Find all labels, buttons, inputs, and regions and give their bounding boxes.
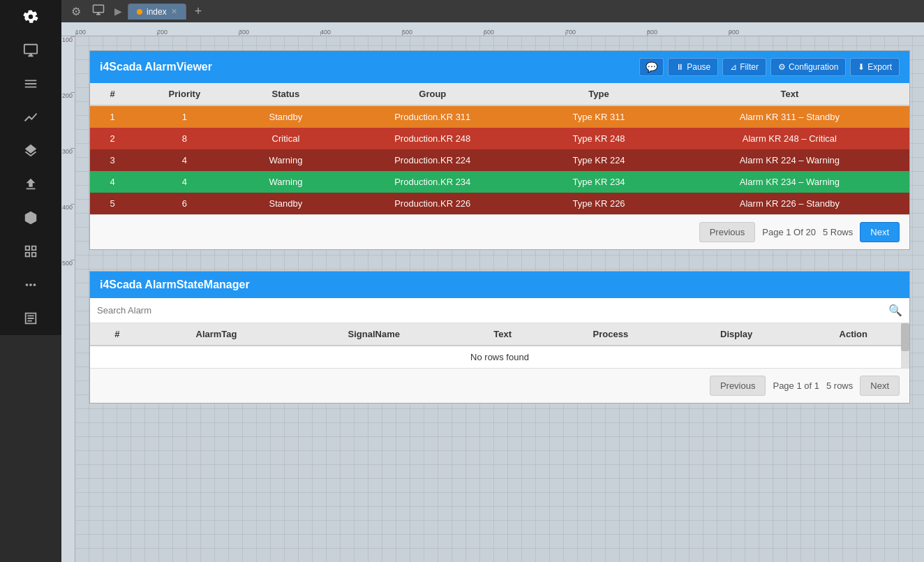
alarm-viewer-widget: i4Scada AlarmViewer 💬 ⏸ Pause ⊿ Filter <box>89 50 910 250</box>
state-col-action: Action <box>798 323 909 346</box>
row3-type: Type KR 224 <box>528 149 669 171</box>
ruler-mark-800: 800 <box>647 29 729 36</box>
row1-id: 1 <box>90 105 135 128</box>
monitor-icon[interactable] <box>15 35 46 66</box>
tab-dot <box>137 9 142 15</box>
alarm-row-1: 1 1 Standby Production.KR 311 Type KR 31… <box>90 105 909 128</box>
state-page-info: Page 1 of 1 <box>773 380 819 391</box>
state-col-text: Text <box>459 323 546 346</box>
row2-type: Type KR 248 <box>528 128 669 149</box>
row2-text: Alarm KR 248 – Critical <box>670 128 909 149</box>
content-area: i4Scada AlarmViewer 💬 ⏸ Pause ⊿ Filter <box>75 36 924 562</box>
alarm-previous-button[interactable]: Previous <box>699 222 756 242</box>
alarm-viewer-title: i4Scada AlarmViewer <box>100 61 212 73</box>
alarm-state-manager-title: i4Scada AlarmStateManager <box>100 279 250 291</box>
alarm-viewer-table: # Priority Status Group Type Text 1 <box>90 83 909 214</box>
topbar: ⚙ ▶ index ✕ + <box>61 0 924 22</box>
alarm-state-manager-widget: i4Scada AlarmStateManager 🔍 # AlarmTag <box>89 271 910 404</box>
tab-index[interactable]: index ✕ <box>128 3 186 20</box>
col-group: Group <box>337 83 528 105</box>
alarm-viewer-actions: 💬 ⏸ Pause ⊿ Filter ⚙ Configu <box>639 58 900 76</box>
cube-icon[interactable] <box>15 202 46 233</box>
ruler-v-mark-200: 200 <box>61 92 75 148</box>
ruler-and-content: 100 200 300 400 500 600 700 800 900 100 … <box>61 22 924 562</box>
state-no-rows-row: No rows found <box>90 346 909 368</box>
row5-id: 5 <box>90 193 135 214</box>
ruler-v-mark-400: 400 <box>61 204 75 260</box>
export-button[interactable]: ⬇ Export <box>850 58 900 76</box>
ruler-mark-600: 600 <box>484 29 565 36</box>
row1-status: Standby <box>234 105 338 128</box>
ruler-mark-900: 900 <box>729 29 810 36</box>
alarm-next-button[interactable]: Next <box>860 222 900 242</box>
upload-icon[interactable] <box>15 169 46 200</box>
settings-icon[interactable] <box>15 1 46 32</box>
grid-icon[interactable] <box>15 236 46 267</box>
ruler-mark-200: 200 <box>157 29 239 36</box>
state-table-container: # AlarmTag SignalName Text Process Displ… <box>90 323 909 368</box>
ruler-mark-400: 400 <box>320 29 402 36</box>
pause-icon: ⏸ <box>676 62 684 72</box>
alarm-viewer-pagination: Previous Page 1 Of 20 5 Rows Next <box>90 214 909 249</box>
alarm-rows-info: 5 Rows <box>823 227 853 237</box>
row2-id: 2 <box>90 128 135 149</box>
state-col-display: Display <box>676 323 798 346</box>
row4-status: Warning <box>234 171 338 193</box>
row2-priority: 8 <box>135 128 234 149</box>
more-icon[interactable] <box>15 269 46 300</box>
tab-label: index <box>147 7 167 17</box>
main-area: ⚙ ▶ index ✕ + 100 200 300 400 500 600 70… <box>61 0 924 562</box>
alarm-table-header-row: # Priority Status Group Type Text <box>90 83 909 105</box>
alarm-row-4: 4 4 Warning Production.KR 234 Type KR 23… <box>90 171 909 193</box>
panel-icon[interactable] <box>15 303 46 334</box>
alarm-row-2: 2 8 Critical Production.KR 248 Type KR 2… <box>90 128 909 149</box>
topbar-monitor-icon[interactable] <box>88 3 109 19</box>
layers-icon[interactable] <box>15 135 46 166</box>
ruler-h-marks: 100 200 300 400 500 600 700 800 900 <box>75 29 810 36</box>
sidebar <box>0 0 61 562</box>
col-status: Status <box>234 83 338 105</box>
filter-icon: ⊿ <box>730 62 737 72</box>
state-col-process: Process <box>546 323 676 346</box>
row3-priority: 4 <box>135 149 234 171</box>
state-col-signalname: SignalName <box>288 323 459 346</box>
pause-button[interactable]: ⏸ Pause <box>668 58 718 76</box>
row4-id: 4 <box>90 171 135 193</box>
search-alarm-input[interactable] <box>97 305 888 316</box>
configuration-button[interactable]: ⚙ Configuration <box>770 58 846 76</box>
col-text: Text <box>670 83 909 105</box>
ruler-v-mark-100: 100 <box>61 36 75 92</box>
ruler-v-marks: 100 200 300 400 500 <box>61 36 75 316</box>
list-icon[interactable] <box>15 68 46 99</box>
state-col-hash: # <box>90 323 144 346</box>
state-previous-button[interactable]: Previous <box>710 376 766 396</box>
topbar-gear-icon[interactable]: ⚙ <box>67 5 85 18</box>
ruler-mark-700: 700 <box>565 29 647 36</box>
tab-add-button[interactable]: + <box>189 4 208 19</box>
chart-icon[interactable] <box>15 102 46 133</box>
state-col-alarmtag: AlarmTag <box>144 323 289 346</box>
col-hash: # <box>90 83 135 105</box>
filter-button[interactable]: ⊿ Filter <box>722 58 766 76</box>
no-rows-message: No rows found <box>90 346 909 368</box>
state-next-button[interactable]: Next <box>860 376 900 396</box>
row2-status: Critical <box>234 128 338 149</box>
row4-text: Alarm KR 234 – Warning <box>670 171 909 193</box>
search-bar: 🔍 <box>90 298 909 323</box>
scrollbar[interactable] <box>901 323 909 368</box>
row1-group: Production.KR 311 <box>337 105 528 128</box>
configuration-icon: ⚙ <box>778 62 786 72</box>
alarm-row-5: 5 6 Standby Production.KR 226 Type KR 22… <box>90 193 909 214</box>
row3-group: Production.KR 224 <box>337 149 528 171</box>
state-manager-pagination: Previous Page 1 of 1 5 rows Next <box>90 368 909 403</box>
row4-priority: 4 <box>135 171 234 193</box>
row1-text: Alarm KR 311 – Standby <box>670 105 909 128</box>
col-priority: Priority <box>135 83 234 105</box>
chat-button[interactable]: 💬 <box>639 58 664 76</box>
alarm-viewer-header: i4Scada AlarmViewer 💬 ⏸ Pause ⊿ Filter <box>90 51 909 83</box>
row1-type: Type KR 311 <box>528 105 669 128</box>
tab-close-icon[interactable]: ✕ <box>171 7 177 16</box>
row4-group: Production.KR 234 <box>337 171 528 193</box>
search-icon: 🔍 <box>888 304 902 317</box>
ruler-v-mark-300: 300 <box>61 148 75 204</box>
